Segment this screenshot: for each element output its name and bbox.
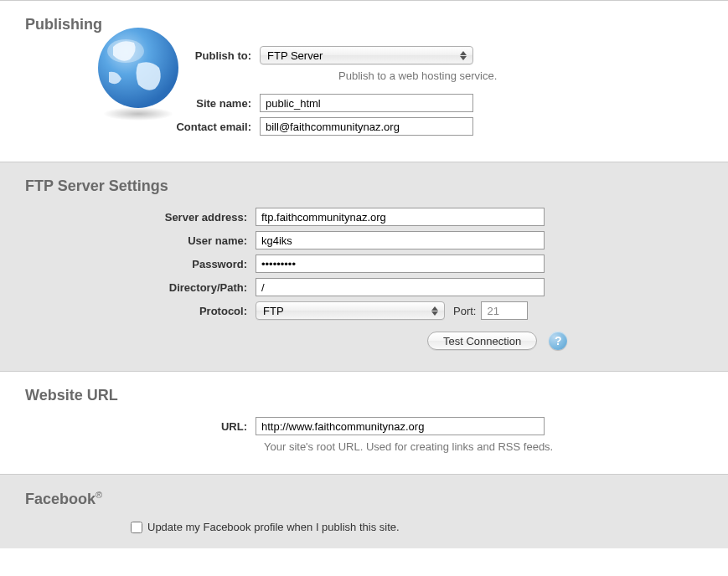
contact-email-input[interactable]	[260, 117, 473, 136]
url-helper-text: Your site's root URL. Used for creating …	[25, 440, 703, 453]
ftp-section: FTP Server Settings Server address: User…	[0, 162, 728, 371]
facebook-section: Facebook® Update my Facebook profile whe…	[0, 474, 728, 548]
server-address-input[interactable]	[256, 208, 545, 226]
protocol-label: Protocol:	[25, 305, 256, 317]
publishing-section: Publishing Publish to	[0, 0, 728, 162]
port-input[interactable]	[481, 301, 528, 320]
protocol-value: FTP	[263, 305, 284, 317]
directory-input[interactable]	[256, 278, 545, 296]
test-connection-button[interactable]: Test Connection	[427, 332, 537, 350]
help-icon[interactable]: ?	[549, 332, 567, 350]
url-section: Website URL URL: Your site's root URL. U…	[0, 371, 728, 474]
ftp-title: FTP Server Settings	[25, 177, 703, 195]
url-input[interactable]	[256, 417, 545, 435]
server-address-label: Server address:	[25, 211, 256, 224]
site-name-input[interactable]	[260, 94, 473, 112]
facebook-title-text: Facebook	[25, 491, 96, 507]
svg-point-0	[103, 107, 173, 121]
port-label: Port:	[453, 305, 476, 317]
url-label: URL:	[25, 420, 256, 433]
publish-to-select[interactable]: FTP Server	[260, 46, 473, 64]
facebook-title: Facebook®	[25, 490, 703, 508]
globe-icon	[88, 22, 188, 125]
facebook-checkbox-label: Update my Facebook profile when I publis…	[147, 521, 400, 533]
user-name-label: User name:	[25, 234, 256, 247]
updown-icon	[457, 49, 469, 62]
updown-icon	[429, 304, 441, 317]
directory-label: Directory/Path:	[25, 281, 256, 294]
url-title: Website URL	[25, 387, 703, 404]
password-input[interactable]	[256, 255, 545, 273]
facebook-update-checkbox[interactable]	[131, 522, 142, 533]
registered-mark: ®	[96, 490, 102, 500]
publish-to-value: FTP Server	[267, 49, 323, 62]
password-label: Password:	[25, 258, 256, 270]
protocol-select[interactable]: FTP	[256, 301, 445, 320]
user-name-input[interactable]	[256, 231, 545, 249]
svg-point-2	[107, 39, 144, 63]
